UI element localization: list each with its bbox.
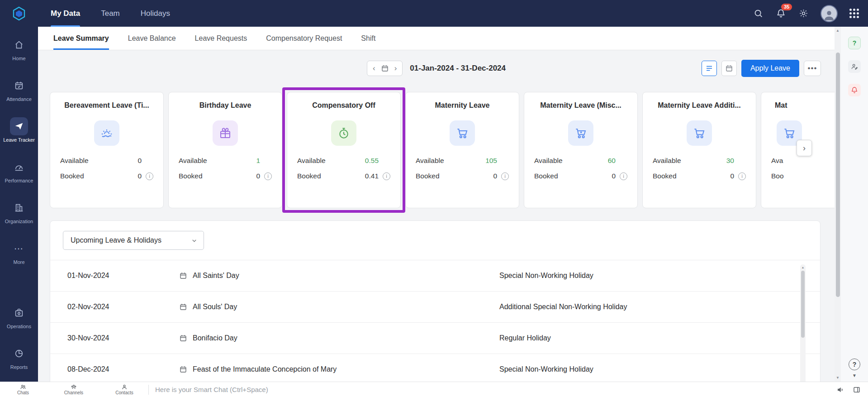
settings-gear-icon[interactable] — [798, 8, 809, 19]
leave-type-card-birthday[interactable]: Birthday Leave Available1 Booked0i — [168, 92, 282, 208]
booked-label: Booked — [179, 172, 239, 180]
scrollbar-thumb[interactable] — [836, 53, 840, 297]
announcement-bell-icon[interactable] — [848, 84, 861, 96]
next-period-button[interactable]: › — [394, 64, 397, 73]
info-icon[interactable]: i — [264, 172, 272, 180]
contacts-label: Contacts — [115, 390, 133, 395]
holidays-filter-dropdown[interactable]: Upcoming Leave & Holidays — [63, 231, 204, 250]
tab-label: Leave Summary — [53, 34, 109, 43]
holiday-date: 02-Nov-2024 — [50, 303, 179, 311]
page-scrollbar[interactable]: ▲ ▼ — [835, 27, 841, 382]
holiday-type: Regular Holiday — [499, 334, 820, 342]
table-row[interactable]: 08-Dec-2024 Feast of the Immaculate Conc… — [50, 354, 820, 382]
channels-icon — [71, 384, 77, 390]
feedback-user-icon[interactable] — [848, 60, 861, 73]
side-panel-icon[interactable] — [853, 386, 861, 394]
leave-type-card-maternity[interactable]: Maternity Leave Available105 Booked0i — [405, 92, 519, 208]
card-title: Bereavement Leave (Ti... — [60, 101, 153, 110]
tab-label: Shift — [361, 34, 375, 43]
topnav-my-data[interactable]: My Data — [51, 0, 80, 27]
info-icon[interactable]: i — [738, 172, 746, 180]
prev-period-button[interactable]: ‹ — [373, 64, 375, 73]
calendar-view-toggle[interactable] — [721, 61, 737, 76]
chats-icon — [20, 384, 26, 390]
holiday-name: Bonifacio Day — [193, 334, 237, 342]
info-icon[interactable]: i — [146, 172, 153, 180]
sidebar-item-operations[interactable]: Operations — [0, 298, 38, 335]
info-icon[interactable]: i — [501, 172, 509, 180]
chevron-down-icon[interactable]: ▼ — [852, 373, 857, 378]
sidebar-item-organization[interactable]: Organization — [0, 193, 38, 230]
sidebar-item-more[interactable]: ⋯ More — [0, 234, 38, 270]
sidebar-label: Leave Tracker — [3, 137, 35, 143]
available-label: Available — [416, 157, 476, 165]
card-title: Compensatory Off — [297, 101, 390, 110]
topnav-label: My Data — [51, 9, 80, 18]
calendar-icon[interactable] — [381, 64, 389, 72]
holiday-name: Feast of the Immaculate Concepcion of Ma… — [193, 365, 337, 373]
booked-label: Booked — [60, 172, 121, 180]
leave-type-card-maternity-misc[interactable]: Maternity Leave (Misc... Available60 Boo… — [524, 92, 638, 208]
left-sidebar: Home Attendance Leave Tracker Performanc… — [0, 27, 38, 382]
table-row[interactable]: 30-Nov-2024 Bonifacio Day Regular Holida… — [50, 323, 820, 354]
chats-button[interactable]: Chats — [6, 384, 40, 395]
sidebar-item-leave-tracker[interactable]: Leave Tracker — [0, 112, 38, 148]
help-guide-icon[interactable]: ? — [848, 37, 861, 49]
stroller-plus-icon — [568, 120, 593, 146]
divider — [148, 385, 149, 395]
available-value: 105 — [476, 157, 497, 165]
apps-grid-icon[interactable] — [849, 9, 859, 18]
tab-label: Compensatory Request — [266, 34, 342, 43]
sidebar-item-reports[interactable]: Reports — [0, 339, 38, 375]
holiday-date: 08-Dec-2024 — [50, 365, 179, 373]
smart-chat-input[interactable] — [154, 385, 836, 394]
tab-shift[interactable]: Shift — [361, 27, 375, 50]
search-icon[interactable] — [753, 8, 764, 19]
date-range-label: 01-Jan-2024 - 31-Dec-2024 — [410, 64, 506, 73]
tab-compensatory-request[interactable]: Compensatory Request — [266, 27, 342, 50]
available-label: Available — [179, 157, 239, 165]
leave-type-card-maternity-additional[interactable]: Maternity Leave Additi... Available30 Bo… — [642, 92, 756, 208]
more-options-button[interactable]: ••• — [804, 61, 821, 76]
table-row[interactable]: 02-Nov-2024 All Souls' Day Additional Sp… — [50, 292, 820, 323]
info-icon[interactable]: i — [383, 172, 390, 180]
help-icon[interactable]: ? — [849, 359, 860, 370]
contacts-button[interactable]: Contacts — [108, 384, 141, 395]
tab-leave-balance[interactable]: Leave Balance — [128, 27, 176, 50]
calendar-icon — [179, 365, 187, 373]
scrollbar-thumb[interactable] — [801, 271, 805, 338]
booked-label: Booked — [653, 172, 713, 180]
tab-leave-requests[interactable]: Leave Requests — [195, 27, 247, 50]
holiday-date: 30-Nov-2024 — [50, 334, 179, 342]
apply-leave-button[interactable]: Apply Leave — [741, 60, 799, 77]
topnav-holidays[interactable]: Holidays — [141, 0, 170, 27]
notifications-bell-icon[interactable]: 35 — [775, 8, 786, 19]
channels-button[interactable]: Channels — [57, 384, 90, 395]
organization-icon — [10, 199, 28, 217]
holiday-type: Special Non-Working Holiday — [499, 272, 820, 280]
speaker-icon[interactable] — [836, 386, 844, 394]
user-avatar[interactable] — [821, 5, 838, 22]
list-view-toggle[interactable] — [702, 61, 717, 76]
tab-leave-summary[interactable]: Leave Summary — [53, 27, 109, 50]
sidebar-item-performance[interactable]: Performance — [0, 153, 38, 189]
holiday-table: 01-Nov-2024 All Saints' Day Special Non-… — [50, 260, 820, 382]
topnav-team[interactable]: Team — [101, 0, 120, 27]
chevron-down-icon — [191, 238, 197, 244]
table-row[interactable]: 01-Nov-2024 All Saints' Day Special Non-… — [50, 260, 820, 292]
app-logo[interactable] — [0, 6, 38, 21]
scroll-up-arrow[interactable]: ▲ — [836, 27, 840, 34]
holiday-name: All Saints' Day — [193, 272, 239, 280]
sidebar-item-attendance[interactable]: Attendance — [0, 71, 38, 107]
leave-type-card-bereavement[interactable]: Bereavement Leave (Ti... Available0 Book… — [50, 92, 164, 208]
scroll-down-arrow[interactable]: ▼ — [836, 374, 840, 382]
cards-scroll-right-button[interactable]: › — [797, 140, 812, 156]
table-scrollbar[interactable]: ▲ — [800, 264, 806, 382]
info-icon[interactable]: i — [620, 172, 627, 180]
available-label: Available — [297, 157, 358, 165]
leave-type-card-compensatory-off[interactable]: Compensatory Off Available0.55 Booked0.4… — [287, 92, 401, 208]
logo-icon — [11, 6, 27, 21]
available-value: 0.55 — [358, 157, 379, 165]
booked-value: 0 — [239, 172, 260, 180]
sidebar-item-home[interactable]: Home — [0, 30, 38, 67]
